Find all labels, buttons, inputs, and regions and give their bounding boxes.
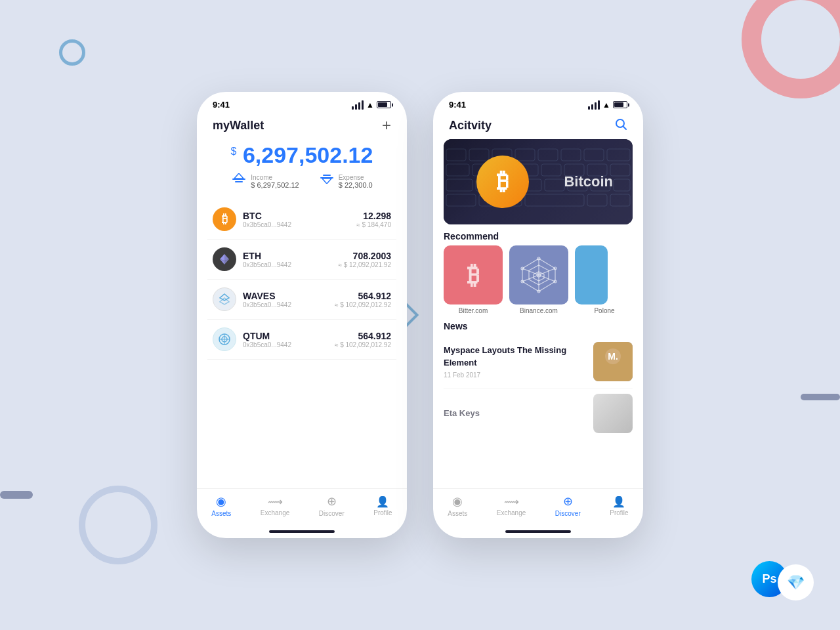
binance-card-image <box>509 245 568 304</box>
news-item-myspace[interactable]: Myspace Layouts The Missing Element 11 F… <box>444 335 633 388</box>
activity-title: Acitvity <box>449 119 492 133</box>
income-value: $ 6,297,502.12 <box>251 181 299 189</box>
income-stat: Income $ 6,297,502.12 <box>231 173 299 189</box>
waves-amount: 564.912 <box>335 291 391 301</box>
svg-marker-1 <box>234 173 243 178</box>
nav2-discover[interactable]: ⊕ Discover <box>555 494 581 517</box>
signal-bar-1 <box>352 106 354 110</box>
assets-label: Assets <box>211 510 231 517</box>
nav2-assets[interactable]: ◉ Assets <box>448 494 467 517</box>
eth-icon <box>213 247 236 271</box>
news-title: News <box>433 314 643 335</box>
eth-name: ETH <box>243 251 331 261</box>
wifi-icon: ▲ <box>366 100 374 110</box>
assets-icon: ◉ <box>216 494 226 509</box>
add-button[interactable]: + <box>382 117 391 133</box>
expense-label: Expense <box>339 174 373 181</box>
btc-name: BTC <box>243 211 350 221</box>
profile-label: Profile <box>373 509 392 516</box>
news-myspace-title: Myspace Layouts The Missing Element <box>444 345 587 368</box>
news-myspace-thumb-inner: M. <box>593 342 633 381</box>
exchange-icon: ⟿ <box>268 495 283 508</box>
bg-decoration-bar-right <box>801 394 840 400</box>
crypto-item-eth[interactable]: ETH 0x3b5ca0...9442 708.2003 ≈ $ 12,092,… <box>207 240 396 280</box>
bottom-nav-phone2: ◉ Assets ⟿ Exchange ⊕ Discover 👤 Profile <box>433 488 643 528</box>
status-time-phone1: 9:41 <box>213 100 230 110</box>
crypto-list: ₿ BTC 0x3b5ca0...9442 12.298 ≈ $ 184,470 <box>197 200 407 488</box>
nav2-profile[interactable]: 👤 Profile <box>610 495 628 516</box>
signal-bar-p2-1 <box>588 106 590 110</box>
discover-icon: ⊕ <box>327 494 337 509</box>
bg-decoration-circle <box>59 39 85 66</box>
btc-value: 12.298 ≈ $ 184,470 <box>356 211 391 228</box>
recommend-polone[interactable]: Polone <box>575 245 634 314</box>
exchange-label: Exchange <box>261 509 289 516</box>
crypto-item-waves[interactable]: WAVES 0x3b5ca0...9442 564.912 ≈ $ 102,09… <box>207 280 396 320</box>
nav-profile[interactable]: 👤 Profile <box>373 495 392 516</box>
income-icon <box>231 173 247 189</box>
crypto-item-qtum[interactable]: QTUM 0x3b5ca0...9442 564.912 ≈ $ 102,092… <box>207 320 396 360</box>
news-item-eta: Eta Keys <box>444 388 633 438</box>
status-icons-phone2: ▲ <box>588 100 627 110</box>
binance-name: Binance.com <box>509 307 568 314</box>
waves-name: WAVES <box>243 291 328 301</box>
signal-bar-p2-4 <box>598 100 600 110</box>
activity-header: Acitvity <box>433 112 643 139</box>
crypto-item-btc[interactable]: ₿ BTC 0x3b5ca0...9442 12.298 ≈ $ 184,470 <box>207 200 396 240</box>
svg-text:M.: M. <box>608 351 618 362</box>
eth-usd: ≈ $ 12,092,021.92 <box>338 261 391 268</box>
nav2-exchange[interactable]: ⟿ Exchange <box>497 495 526 516</box>
battery-fill <box>378 102 387 107</box>
expense-icon <box>319 173 335 189</box>
search-button[interactable] <box>614 117 627 134</box>
bitcoin-banner[interactable]: ₿ Bitcoin <box>444 139 633 224</box>
discover2-label: Discover <box>555 510 581 517</box>
polone-name: Polone <box>575 307 634 314</box>
balance-section: $ 6,297,502.12 Income $ 6,297,502.12 <box>197 136 407 200</box>
exchange2-icon: ⟿ <box>504 495 519 508</box>
btc-amount: 12.298 <box>356 211 391 221</box>
wallet-title: myWallet <box>213 119 264 133</box>
status-time-phone2: 9:41 <box>449 100 466 110</box>
nav-assets[interactable]: ◉ Assets <box>211 494 231 517</box>
expense-value: $ 22,300.0 <box>339 181 373 189</box>
signal-bar-p2-3 <box>595 102 597 110</box>
balance-currency: $ <box>231 146 237 157</box>
qtum-value: 564.912 ≈ $ 102,092,012.92 <box>335 331 391 348</box>
bitcoin-coin-icon: ₿ <box>476 156 529 208</box>
qtum-usd: ≈ $ 102,092,012.92 <box>335 341 391 348</box>
recommend-binance[interactable]: Binance.com <box>509 245 568 314</box>
profile2-label: Profile <box>610 509 628 516</box>
signal-bars-phone2 <box>588 100 600 110</box>
status-bar-phone1: 9:41 ▲ <box>197 92 407 112</box>
balance-display: $ 6,297,502.12 <box>197 142 407 168</box>
eth-address: 0x3b5ca0...9442 <box>243 261 331 268</box>
profile-icon: 👤 <box>376 495 389 508</box>
discover2-icon: ⊕ <box>563 494 573 509</box>
balance-stats: Income $ 6,297,502.12 Expense $ <box>197 173 407 189</box>
news-myspace-thumb: M. <box>593 342 633 381</box>
waves-icon <box>213 287 236 311</box>
bg-decoration-bar-left <box>0 491 33 499</box>
assets2-icon: ◉ <box>452 494 463 509</box>
polone-card-image <box>575 245 608 304</box>
phone1-wallet: 9:41 ▲ myWallet + $ <box>197 92 407 538</box>
nav-discover[interactable]: ⊕ Discover <box>319 494 345 517</box>
signal-bar-2 <box>355 104 357 110</box>
sketch-badge: 💎 <box>778 564 814 600</box>
battery-fill-phone2 <box>614 102 623 107</box>
signal-bar-p2-2 <box>591 104 593 110</box>
btc-usd: ≈ $ 184,470 <box>356 221 391 228</box>
phone2-activity: 9:41 ▲ Acitvity <box>433 92 643 538</box>
eth-amount: 708.2003 <box>338 251 391 261</box>
svg-rect-5 <box>323 175 331 176</box>
bitcoin-banner-bg: ₿ Bitcoin <box>444 139 633 224</box>
svg-rect-2 <box>235 181 243 182</box>
recommend-bitter[interactable]: ₿ Bitter.com <box>444 245 503 314</box>
exchange2-label: Exchange <box>497 509 526 516</box>
recommend-list: ₿ Bitter.com <box>433 245 643 314</box>
wifi-icon-phone2: ▲ <box>602 100 610 110</box>
news-eta-content: Eta Keys <box>444 408 587 419</box>
nav-exchange[interactable]: ⟿ Exchange <box>261 495 289 516</box>
home-indicator-phone1 <box>269 530 335 533</box>
